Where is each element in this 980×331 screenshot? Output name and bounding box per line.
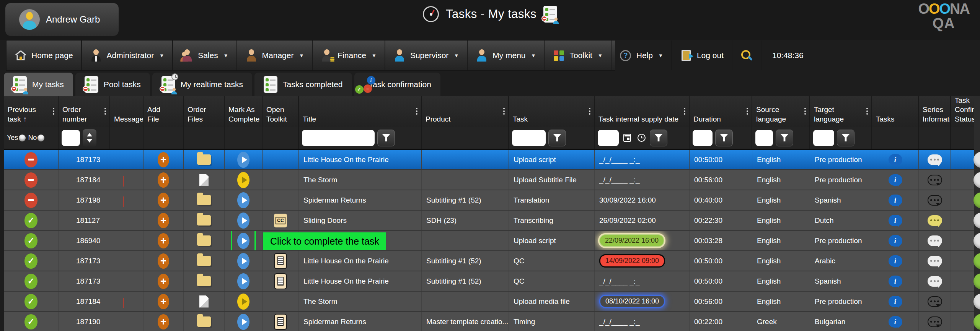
task-info-bubble-icon[interactable]: i — [889, 235, 902, 247]
order-files-folder-icon[interactable] — [197, 215, 211, 226]
mark-complete-play-icon[interactable] — [237, 213, 249, 229]
filter-input-task[interactable] — [512, 130, 546, 146]
series-information-bubble-icon[interactable] — [928, 256, 942, 266]
column-header-source[interactable]: Source language — [752, 96, 810, 127]
column-header-task[interactable]: Task — [509, 96, 595, 127]
add-file-icon[interactable]: + — [158, 193, 169, 208]
column-header-series[interactable]: Series Information — [919, 96, 951, 127]
filter-input-duration[interactable] — [693, 130, 713, 146]
order-files-folder-icon[interactable] — [197, 276, 211, 286]
message-note-icon[interactable] — [121, 234, 133, 247]
clock-button[interactable] — [636, 134, 647, 142]
add-file-icon[interactable]: + — [158, 314, 169, 329]
table-row[interactable]: 187198 + Spiderman Returns Subtitling #1… — [4, 190, 980, 211]
menu-item-toolkit[interactable]: Toolkit▼ — [545, 41, 611, 70]
message-note-icon[interactable] — [121, 295, 133, 308]
mark-complete-play-icon[interactable] — [237, 172, 249, 188]
series-information-bubble-icon[interactable] — [928, 276, 942, 287]
column-header-toolkit[interactable]: Open Toolkit — [263, 96, 299, 127]
tab-task-confirmation[interactable]: –✓i Task confirmation — [354, 73, 440, 96]
add-file-icon[interactable]: + — [158, 274, 169, 289]
table-row[interactable]: 187173 + Little House On the Prairie Upl… — [4, 150, 980, 170]
column-header-title[interactable]: Title — [299, 96, 422, 127]
tab-pool-tasks[interactable]: Pool tasks — [75, 73, 150, 96]
column-menu-icon[interactable] — [589, 108, 590, 115]
filter-input-date[interactable] — [598, 130, 619, 146]
filter-funnel-button-title[interactable] — [377, 130, 395, 146]
add-file-icon[interactable]: + — [158, 294, 169, 309]
column-menu-icon[interactable] — [53, 108, 54, 115]
filter-funnel-button-source[interactable] — [776, 130, 793, 146]
add-file-icon[interactable]: + — [158, 233, 169, 248]
column-menu-icon[interactable] — [104, 108, 106, 115]
column-header-complete[interactable]: Mark As Complete — [225, 96, 263, 127]
table-row[interactable]: ✓ 186940 + Upload script 22/09/2022 16:0… — [4, 231, 980, 251]
menu-item-help[interactable]: ?Help▼ — [611, 41, 672, 70]
series-information-bubble-icon[interactable] — [928, 154, 942, 165]
order-file-icon[interactable] — [199, 295, 209, 308]
column-header-order[interactable]: Order number — [59, 96, 110, 127]
task-info-bubble-icon[interactable]: i — [889, 215, 902, 226]
message-note-icon[interactable] — [121, 274, 133, 288]
column-header-tasks[interactable]: Tasks — [872, 96, 919, 127]
task-info-bubble-icon[interactable]: i — [889, 154, 902, 166]
filter-funnel-button-task[interactable] — [548, 130, 566, 146]
table-row[interactable]: ✓ 181127 + CC Sliding Doors SDH (23) Tra… — [4, 211, 980, 231]
filter-funnel-button-date[interactable] — [650, 130, 667, 146]
calendar-button[interactable] — [621, 134, 633, 142]
task-info-bubble-icon[interactable]: i — [889, 316, 902, 328]
menu-item-administrator[interactable]: Administrator▼ — [82, 41, 173, 70]
column-menu-icon[interactable] — [503, 108, 505, 115]
series-information-bubble-icon[interactable] — [928, 316, 942, 327]
mark-complete-play-icon[interactable] — [237, 253, 249, 269]
message-note-icon[interactable] — [121, 193, 133, 207]
task-info-bubble-icon[interactable]: i — [889, 276, 902, 287]
column-menu-icon[interactable] — [416, 108, 417, 115]
series-information-bubble-icon[interactable] — [928, 215, 942, 226]
column-header-previous[interactable]: Previous task↑ — [4, 96, 59, 127]
message-note-icon[interactable] — [121, 173, 133, 187]
closed-caption-icon[interactable]: CC — [274, 214, 287, 227]
task-info-bubble-icon[interactable]: i — [889, 195, 902, 206]
order-files-folder-icon[interactable] — [197, 154, 211, 165]
radio-no[interactable] — [38, 135, 44, 141]
user-badge[interactable]: Andrew Garb — [5, 3, 119, 36]
column-header-duration[interactable]: Duration — [690, 96, 752, 127]
filter-funnel-button-duration[interactable] — [715, 130, 733, 146]
table-row[interactable]: 187184 + The Storm Upload Subtitle File … — [4, 170, 980, 190]
message-note-icon[interactable] — [121, 214, 133, 227]
mark-complete-play-icon[interactable] — [237, 314, 249, 330]
filter-input-source[interactable] — [755, 130, 773, 146]
mark-complete-play-icon[interactable] — [237, 152, 249, 168]
add-file-icon[interactable]: + — [158, 253, 169, 269]
mark-complete-play-icon[interactable] — [237, 233, 249, 249]
series-information-bubble-icon[interactable] — [928, 175, 942, 185]
menu-item-manager[interactable]: Manager▼ — [237, 41, 313, 70]
menu-item-my-menu[interactable]: My menu▼ — [468, 41, 545, 70]
order-files-folder-icon[interactable] — [197, 316, 211, 327]
task-info-bubble-icon[interactable]: i — [889, 296, 902, 307]
task-info-bubble-icon[interactable]: i — [889, 174, 902, 186]
column-menu-icon[interactable] — [866, 108, 868, 115]
order-files-folder-icon[interactable] — [197, 256, 211, 266]
mark-complete-play-icon[interactable] — [237, 294, 249, 310]
column-menu-icon[interactable] — [804, 108, 806, 115]
menu-item-finance[interactable]: Finance▼ — [313, 41, 385, 70]
column-header-target[interactable]: Target language — [810, 96, 872, 127]
column-header-message[interactable]: Message — [110, 96, 143, 127]
menu-item-sales[interactable]: Sales▼ — [173, 41, 237, 70]
add-file-icon[interactable]: + — [158, 152, 169, 167]
menu-item-home-page[interactable]: Home page — [7, 41, 82, 70]
series-information-bubble-icon[interactable] — [928, 235, 942, 246]
column-header-add_file[interactable]: Add File — [143, 96, 184, 127]
filter-input-order[interactable] — [62, 130, 80, 146]
open-toolkit-document-icon[interactable] — [274, 314, 287, 330]
open-toolkit-document-icon[interactable] — [274, 253, 287, 269]
add-file-icon[interactable]: + — [158, 213, 169, 228]
mark-complete-play-icon[interactable] — [237, 192, 249, 208]
menu-item-supervisor[interactable]: Supervisor▼ — [385, 41, 468, 70]
tab-my-tasks[interactable]: My tasks — [4, 73, 73, 96]
message-note-icon[interactable] — [121, 254, 133, 268]
number-spinner[interactable] — [83, 129, 96, 147]
tab-my-realtime-tasks[interactable]: My realtime tasks — [152, 73, 252, 96]
